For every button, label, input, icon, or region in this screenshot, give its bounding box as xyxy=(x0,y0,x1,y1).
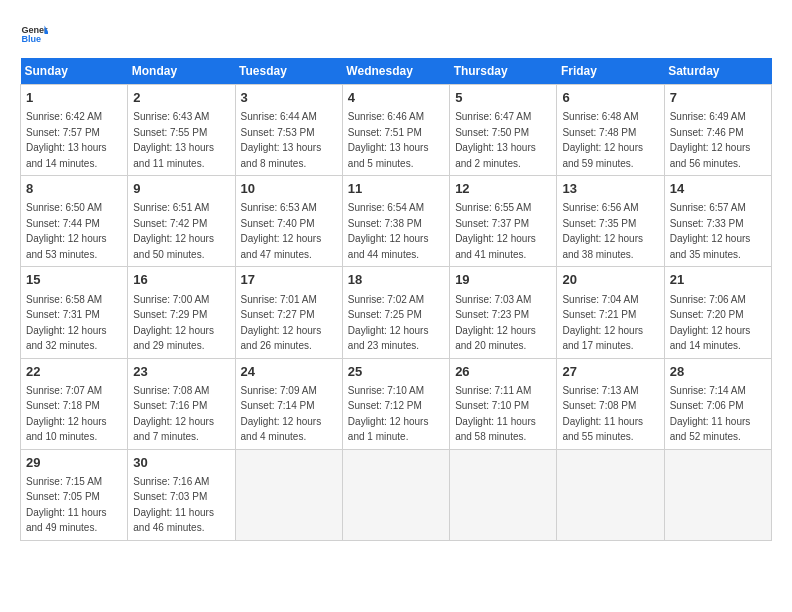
day-info: Sunrise: 6:48 AMSunset: 7:48 PMDaylight:… xyxy=(562,111,643,169)
day-number: 28 xyxy=(670,363,766,381)
calendar-cell-17: 17Sunrise: 7:01 AMSunset: 7:27 PMDayligh… xyxy=(235,267,342,358)
calendar-cell-12: 12Sunrise: 6:55 AMSunset: 7:37 PMDayligh… xyxy=(450,176,557,267)
weekday-header-row: SundayMondayTuesdayWednesdayThursdayFrid… xyxy=(21,58,772,85)
calendar-cell-1: 1Sunrise: 6:42 AMSunset: 7:57 PMDaylight… xyxy=(21,85,128,176)
calendar-cell-24: 24Sunrise: 7:09 AMSunset: 7:14 PMDayligh… xyxy=(235,358,342,449)
calendar-cell-3: 3Sunrise: 6:44 AMSunset: 7:53 PMDaylight… xyxy=(235,85,342,176)
calendar-cell-29: 29Sunrise: 7:15 AMSunset: 7:05 PMDayligh… xyxy=(21,449,128,540)
day-number: 16 xyxy=(133,271,229,289)
day-info: Sunrise: 7:10 AMSunset: 7:12 PMDaylight:… xyxy=(348,385,429,443)
day-number: 3 xyxy=(241,89,337,107)
day-info: Sunrise: 7:04 AMSunset: 7:21 PMDaylight:… xyxy=(562,294,643,352)
calendar-cell-13: 13Sunrise: 6:56 AMSunset: 7:35 PMDayligh… xyxy=(557,176,664,267)
calendar-cell-19: 19Sunrise: 7:03 AMSunset: 7:23 PMDayligh… xyxy=(450,267,557,358)
calendar-cell-18: 18Sunrise: 7:02 AMSunset: 7:25 PMDayligh… xyxy=(342,267,449,358)
calendar-table: SundayMondayTuesdayWednesdayThursdayFrid… xyxy=(20,58,772,541)
day-number: 30 xyxy=(133,454,229,472)
day-info: Sunrise: 7:13 AMSunset: 7:08 PMDaylight:… xyxy=(562,385,643,443)
calendar-cell-empty-4-6 xyxy=(664,449,771,540)
day-info: Sunrise: 7:02 AMSunset: 7:25 PMDaylight:… xyxy=(348,294,429,352)
day-number: 23 xyxy=(133,363,229,381)
day-number: 24 xyxy=(241,363,337,381)
day-info: Sunrise: 7:16 AMSunset: 7:03 PMDaylight:… xyxy=(133,476,214,534)
calendar-cell-16: 16Sunrise: 7:00 AMSunset: 7:29 PMDayligh… xyxy=(128,267,235,358)
day-number: 9 xyxy=(133,180,229,198)
calendar-cell-5: 5Sunrise: 6:47 AMSunset: 7:50 PMDaylight… xyxy=(450,85,557,176)
day-number: 26 xyxy=(455,363,551,381)
day-info: Sunrise: 6:56 AMSunset: 7:35 PMDaylight:… xyxy=(562,202,643,260)
day-info: Sunrise: 6:53 AMSunset: 7:40 PMDaylight:… xyxy=(241,202,322,260)
day-number: 17 xyxy=(241,271,337,289)
calendar-cell-14: 14Sunrise: 6:57 AMSunset: 7:33 PMDayligh… xyxy=(664,176,771,267)
day-number: 19 xyxy=(455,271,551,289)
day-info: Sunrise: 6:58 AMSunset: 7:31 PMDaylight:… xyxy=(26,294,107,352)
calendar-cell-empty-4-5 xyxy=(557,449,664,540)
day-info: Sunrise: 6:42 AMSunset: 7:57 PMDaylight:… xyxy=(26,111,107,169)
svg-text:Blue: Blue xyxy=(21,34,41,44)
day-info: Sunrise: 7:09 AMSunset: 7:14 PMDaylight:… xyxy=(241,385,322,443)
day-number: 21 xyxy=(670,271,766,289)
day-number: 12 xyxy=(455,180,551,198)
day-info: Sunrise: 7:01 AMSunset: 7:27 PMDaylight:… xyxy=(241,294,322,352)
weekday-header-wednesday: Wednesday xyxy=(342,58,449,85)
weekday-header-thursday: Thursday xyxy=(450,58,557,85)
day-number: 29 xyxy=(26,454,122,472)
calendar-cell-21: 21Sunrise: 7:06 AMSunset: 7:20 PMDayligh… xyxy=(664,267,771,358)
logo-icon: General Blue xyxy=(20,20,48,48)
weekday-header-saturday: Saturday xyxy=(664,58,771,85)
day-number: 8 xyxy=(26,180,122,198)
calendar-cell-11: 11Sunrise: 6:54 AMSunset: 7:38 PMDayligh… xyxy=(342,176,449,267)
weekday-header-tuesday: Tuesday xyxy=(235,58,342,85)
day-number: 5 xyxy=(455,89,551,107)
calendar-cell-10: 10Sunrise: 6:53 AMSunset: 7:40 PMDayligh… xyxy=(235,176,342,267)
calendar-cell-25: 25Sunrise: 7:10 AMSunset: 7:12 PMDayligh… xyxy=(342,358,449,449)
day-info: Sunrise: 6:51 AMSunset: 7:42 PMDaylight:… xyxy=(133,202,214,260)
day-number: 14 xyxy=(670,180,766,198)
day-info: Sunrise: 6:49 AMSunset: 7:46 PMDaylight:… xyxy=(670,111,751,169)
day-number: 13 xyxy=(562,180,658,198)
day-number: 18 xyxy=(348,271,444,289)
day-info: Sunrise: 7:15 AMSunset: 7:05 PMDaylight:… xyxy=(26,476,107,534)
day-info: Sunrise: 7:03 AMSunset: 7:23 PMDaylight:… xyxy=(455,294,536,352)
calendar-cell-22: 22Sunrise: 7:07 AMSunset: 7:18 PMDayligh… xyxy=(21,358,128,449)
day-number: 11 xyxy=(348,180,444,198)
day-number: 22 xyxy=(26,363,122,381)
day-number: 15 xyxy=(26,271,122,289)
calendar-cell-30: 30Sunrise: 7:16 AMSunset: 7:03 PMDayligh… xyxy=(128,449,235,540)
day-info: Sunrise: 6:50 AMSunset: 7:44 PMDaylight:… xyxy=(26,202,107,260)
calendar-cell-28: 28Sunrise: 7:14 AMSunset: 7:06 PMDayligh… xyxy=(664,358,771,449)
day-info: Sunrise: 7:07 AMSunset: 7:18 PMDaylight:… xyxy=(26,385,107,443)
day-number: 1 xyxy=(26,89,122,107)
weekday-header-monday: Monday xyxy=(128,58,235,85)
day-info: Sunrise: 7:14 AMSunset: 7:06 PMDaylight:… xyxy=(670,385,751,443)
calendar-cell-2: 2Sunrise: 6:43 AMSunset: 7:55 PMDaylight… xyxy=(128,85,235,176)
calendar-week-4: 29Sunrise: 7:15 AMSunset: 7:05 PMDayligh… xyxy=(21,449,772,540)
day-info: Sunrise: 6:44 AMSunset: 7:53 PMDaylight:… xyxy=(241,111,322,169)
day-info: Sunrise: 6:54 AMSunset: 7:38 PMDaylight:… xyxy=(348,202,429,260)
day-number: 2 xyxy=(133,89,229,107)
calendar-cell-20: 20Sunrise: 7:04 AMSunset: 7:21 PMDayligh… xyxy=(557,267,664,358)
day-number: 7 xyxy=(670,89,766,107)
day-info: Sunrise: 6:43 AMSunset: 7:55 PMDaylight:… xyxy=(133,111,214,169)
calendar-cell-26: 26Sunrise: 7:11 AMSunset: 7:10 PMDayligh… xyxy=(450,358,557,449)
calendar-week-3: 22Sunrise: 7:07 AMSunset: 7:18 PMDayligh… xyxy=(21,358,772,449)
day-number: 6 xyxy=(562,89,658,107)
day-info: Sunrise: 6:46 AMSunset: 7:51 PMDaylight:… xyxy=(348,111,429,169)
weekday-header-sunday: Sunday xyxy=(21,58,128,85)
calendar-cell-27: 27Sunrise: 7:13 AMSunset: 7:08 PMDayligh… xyxy=(557,358,664,449)
calendar-week-0: 1Sunrise: 6:42 AMSunset: 7:57 PMDaylight… xyxy=(21,85,772,176)
calendar-week-1: 8Sunrise: 6:50 AMSunset: 7:44 PMDaylight… xyxy=(21,176,772,267)
calendar-cell-empty-4-2 xyxy=(235,449,342,540)
day-number: 10 xyxy=(241,180,337,198)
day-info: Sunrise: 7:11 AMSunset: 7:10 PMDaylight:… xyxy=(455,385,536,443)
day-info: Sunrise: 7:08 AMSunset: 7:16 PMDaylight:… xyxy=(133,385,214,443)
day-info: Sunrise: 7:00 AMSunset: 7:29 PMDaylight:… xyxy=(133,294,214,352)
day-number: 4 xyxy=(348,89,444,107)
day-number: 27 xyxy=(562,363,658,381)
calendar-cell-empty-4-3 xyxy=(342,449,449,540)
logo: General Blue xyxy=(20,20,48,48)
weekday-header-friday: Friday xyxy=(557,58,664,85)
svg-text:General: General xyxy=(21,25,48,35)
day-number: 25 xyxy=(348,363,444,381)
calendar-cell-8: 8Sunrise: 6:50 AMSunset: 7:44 PMDaylight… xyxy=(21,176,128,267)
